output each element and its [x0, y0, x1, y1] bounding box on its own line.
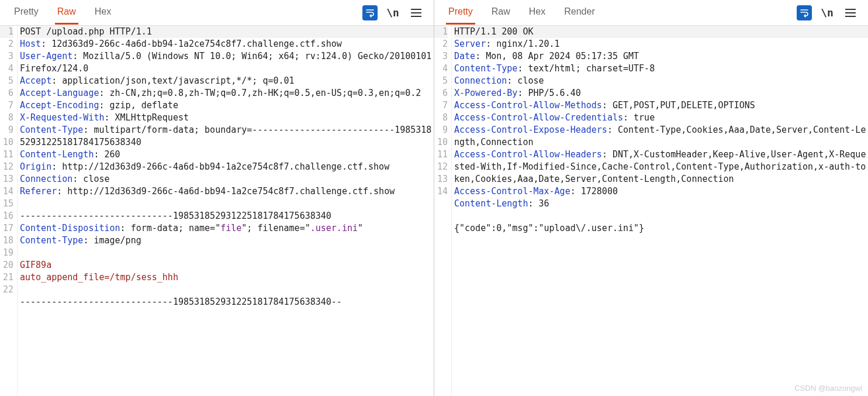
tab-hex[interactable]: Hex [527, 1, 548, 25]
newline-icon[interactable]: \n [385, 5, 401, 21]
newline-icon[interactable]: \n [819, 5, 835, 21]
request-panel: Pretty Raw Hex \n 1234567891011121314151… [0, 0, 434, 396]
tab-render[interactable]: Render [562, 1, 597, 25]
request-gutter: 12345678910111213141516171819202122 [0, 26, 18, 396]
tab-pretty[interactable]: Pretty [446, 1, 475, 25]
response-editor[interactable]: 1234567891011121314 HTTP/1.1 200 OKServe… [434, 26, 868, 396]
tab-raw[interactable]: Raw [55, 1, 78, 25]
menu-icon[interactable] [842, 5, 859, 21]
response-gutter: 1234567891011121314 [434, 26, 452, 396]
response-tabs: Pretty Raw Hex Render [446, 1, 797, 25]
request-tabs: Pretty Raw Hex [12, 1, 362, 25]
wrap-icon[interactable] [362, 5, 378, 20]
wrap-icon[interactable] [797, 5, 812, 20]
response-toolbar: \n [797, 5, 859, 21]
request-editor[interactable]: 12345678910111213141516171819202122 POST… [0, 26, 434, 396]
tab-raw[interactable]: Raw [489, 1, 513, 25]
tab-hex[interactable]: Hex [92, 1, 113, 25]
request-toolbar: \n [362, 5, 424, 21]
response-panel: Pretty Raw Hex Render \n 123456789101112… [434, 0, 868, 396]
response-tabbar: Pretty Raw Hex Render \n [434, 0, 868, 26]
response-code[interactable]: HTTP/1.1 200 OKServer: nginx/1.20.1Date:… [452, 26, 868, 396]
request-tabbar: Pretty Raw Hex \n [0, 0, 434, 26]
tab-pretty[interactable]: Pretty [12, 1, 41, 25]
split-container: Pretty Raw Hex \n 1234567891011121314151… [0, 0, 868, 396]
menu-icon[interactable] [408, 5, 424, 21]
request-code[interactable]: POST /upload.php HTTP/1.1Host: 12d363d9-… [18, 26, 434, 396]
watermark: CSDN @baozongwi [794, 384, 862, 392]
